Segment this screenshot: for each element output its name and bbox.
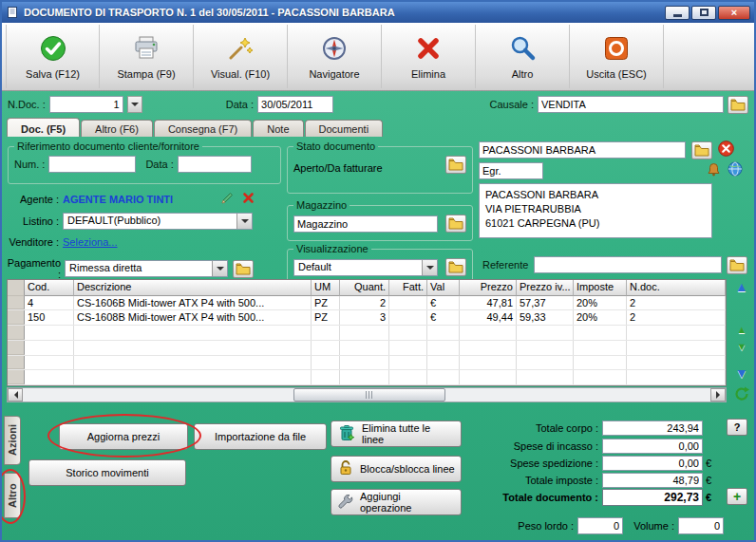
scroll-left-button[interactable]	[8, 388, 23, 402]
cell-imposte[interactable]: 20%	[574, 310, 627, 325]
spese-spedizione-input[interactable]	[602, 456, 703, 471]
cliente-folder-button[interactable]	[691, 141, 712, 159]
web-button[interactable]	[728, 161, 743, 178]
cell-quant[interactable]: 3	[340, 310, 389, 325]
riferimento-data-input[interactable]	[178, 156, 252, 173]
col-header-val[interactable]: Val	[427, 280, 460, 296]
scroll-top-button[interactable]: ▲	[730, 280, 753, 293]
remove-cliente-button[interactable]	[718, 140, 734, 159]
cell-val[interactable]: €	[427, 310, 460, 325]
move-line-down-button[interactable]: ▼	[730, 342, 753, 352]
cell-quant[interactable]: 2	[340, 296, 389, 310]
importazione-da-file-button[interactable]: Importazione da file	[194, 423, 327, 450]
cell-descrizione[interactable]: CS-1606B Midi-tower ATX P4 with 500...	[74, 296, 312, 310]
navigatore-button[interactable]: Navigatore	[288, 25, 382, 88]
magazzino-input[interactable]	[293, 215, 438, 233]
row-selector[interactable]	[8, 310, 25, 325]
table-horizontal-scrollbar[interactable]	[7, 387, 727, 402]
tab-doc-f5[interactable]: Doc. (F5)	[7, 118, 80, 137]
col-header-descrizione[interactable]: Descrizione	[74, 280, 312, 296]
elimina-button[interactable]: Elimina	[382, 25, 476, 88]
table-row[interactable]: 150 CS-1608B Midi-tower ATX P4 with 500.…	[8, 310, 726, 326]
scroll-right-button[interactable]	[710, 388, 726, 402]
cell-prezzo-ivato[interactable]: 57,37	[517, 296, 574, 310]
cell-fatt[interactable]	[389, 296, 427, 310]
stampa-button[interactable]: Stampa (F9)	[100, 25, 194, 88]
visualizzazione-folder-button[interactable]	[445, 258, 466, 276]
col-header-prezzo[interactable]: Prezzo	[460, 280, 517, 296]
cell-ndoc[interactable]: 2	[627, 310, 726, 325]
cell-imposte[interactable]: 20%	[574, 296, 627, 310]
cell-cod[interactable]: 4	[25, 296, 74, 310]
col-header-ndoc[interactable]: N.doc.	[627, 280, 726, 296]
riferimento-num-input[interactable]	[48, 156, 136, 173]
altro-button[interactable]: Altro	[476, 25, 570, 88]
venditore-link[interactable]: Seleziona...	[63, 236, 117, 248]
uscita-button[interactable]: Uscita (ESC)	[570, 25, 664, 88]
cliente-salutation-input[interactable]	[479, 162, 543, 179]
tab-note[interactable]: Note	[253, 120, 303, 137]
cell-prezzo[interactable]: 49,44	[460, 310, 517, 325]
col-header-imposte[interactable]: Imposte	[574, 280, 627, 296]
cliente-name-input[interactable]	[479, 141, 686, 159]
scrollbar-track[interactable]	[23, 388, 710, 402]
aggiungi-operazione-button[interactable]: Aggiungi operazione	[331, 489, 462, 515]
side-tab-azioni[interactable]: Azioni	[4, 416, 21, 465]
move-line-up-button[interactable]: ▲	[730, 325, 753, 335]
col-header-prezzo-ivato[interactable]: Prezzo iv...	[517, 280, 574, 296]
volume-input[interactable]	[678, 517, 724, 534]
peso-lordo-input[interactable]	[577, 517, 623, 534]
referente-input[interactable]	[534, 256, 722, 273]
referente-folder-button[interactable]	[727, 256, 747, 274]
cell-um[interactable]: PZ	[312, 296, 340, 310]
col-header-cod[interactable]: Cod.	[25, 280, 74, 296]
blocca-sblocca-linee-button[interactable]: Blocca/sblocca linee	[331, 456, 462, 482]
cell-prezzo[interactable]: 47,81	[460, 296, 517, 310]
clear-agente-button[interactable]	[242, 192, 255, 206]
minimize-button[interactable]	[665, 6, 690, 20]
table-row-empty[interactable]	[8, 341, 726, 356]
edit-agente-button[interactable]	[220, 191, 235, 207]
cell-ndoc[interactable]: 2	[627, 296, 726, 310]
causale-input[interactable]	[538, 96, 724, 113]
visualizzazione-combo[interactable]: Default	[293, 259, 438, 276]
tab-consegna-f7[interactable]: Consegna (F7)	[154, 120, 252, 137]
cell-fatt[interactable]	[389, 310, 427, 325]
totale-imposte-input[interactable]	[602, 473, 703, 488]
ndoc-input[interactable]	[49, 96, 123, 113]
tab-documenti[interactable]: Documenti	[305, 120, 384, 137]
data-input[interactable]	[257, 96, 333, 113]
contacts-button[interactable]	[707, 162, 721, 178]
cell-um[interactable]: PZ	[312, 310, 340, 325]
visualizza-button[interactable]: Visual. (F10)	[194, 25, 288, 88]
row-selector[interactable]	[8, 296, 25, 310]
close-button[interactable]: ×	[718, 6, 750, 20]
pagamento-combo[interactable]: Rimessa diretta	[65, 260, 228, 277]
add-charge-button[interactable]: +	[727, 488, 747, 505]
tab-altro-f6[interactable]: Altro (F6)	[81, 120, 153, 137]
causale-folder-button[interactable]	[728, 96, 748, 114]
cell-val[interactable]: €	[427, 296, 460, 310]
cell-prezzo-ivato[interactable]: 59,33	[517, 310, 574, 325]
pagamento-folder-button[interactable]	[233, 260, 254, 278]
salva-button[interactable]: Salva (F12)	[6, 25, 100, 88]
table-row-empty[interactable]	[8, 356, 726, 371]
elimina-tutte-le-linee-button[interactable]: Elimina tutte le linee	[331, 421, 462, 447]
aggiorna-prezzi-button[interactable]: Aggiorna prezzi	[59, 423, 188, 450]
col-header-quant[interactable]: Quant.	[340, 280, 389, 296]
storico-movimenti-button[interactable]: Storico movimenti	[28, 459, 186, 486]
scrollbar-thumb[interactable]	[293, 388, 445, 402]
ndoc-dropdown-button[interactable]	[127, 96, 142, 113]
magazzino-folder-button[interactable]	[445, 215, 466, 233]
totale-documento-input[interactable]	[602, 489, 703, 506]
maximize-button[interactable]	[691, 6, 716, 20]
table-row[interactable]: 4 CS-1606B Midi-tower ATX P4 with 500...…	[8, 296, 726, 311]
listino-dropdown-button[interactable]	[236, 214, 252, 229]
table-row-empty[interactable]	[8, 370, 726, 385]
spese-incasso-input[interactable]	[602, 439, 703, 454]
agente-value[interactable]: AGENTE MARIO TINTI	[63, 194, 217, 205]
refresh-button[interactable]	[730, 385, 753, 404]
listino-combo[interactable]: DEFAULT(Pubblico)	[63, 213, 253, 230]
table-row-empty[interactable]	[8, 326, 726, 341]
cell-descrizione[interactable]: CS-1608B Midi-tower ATX P4 with 500...	[74, 310, 312, 325]
